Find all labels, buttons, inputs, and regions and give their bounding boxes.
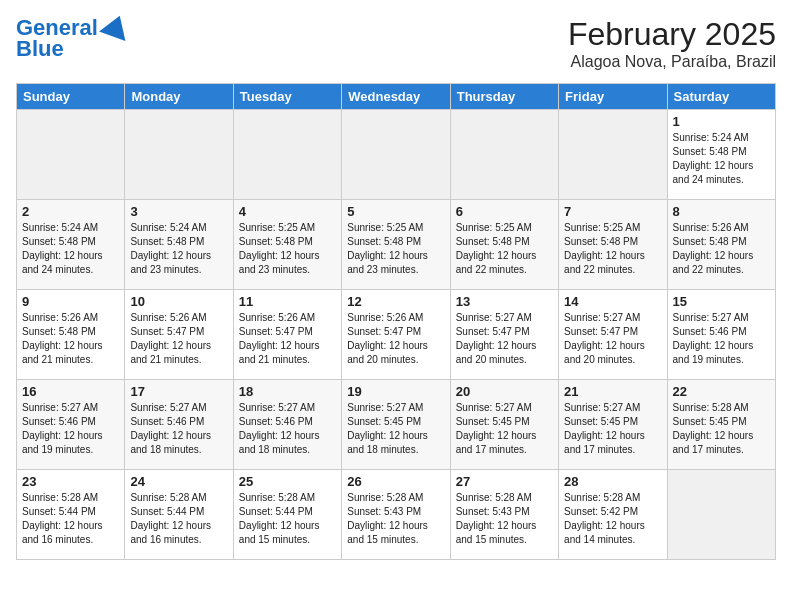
- day-info: Sunrise: 5:28 AM Sunset: 5:44 PM Dayligh…: [239, 491, 336, 547]
- calendar-cell: 1Sunrise: 5:24 AM Sunset: 5:48 PM Daylig…: [667, 110, 775, 200]
- day-info: Sunrise: 5:27 AM Sunset: 5:46 PM Dayligh…: [130, 401, 227, 457]
- day-number: 2: [22, 204, 119, 219]
- day-number: 6: [456, 204, 553, 219]
- calendar-week-row: 9Sunrise: 5:26 AM Sunset: 5:48 PM Daylig…: [17, 290, 776, 380]
- day-number: 14: [564, 294, 661, 309]
- calendar-week-row: 1Sunrise: 5:24 AM Sunset: 5:48 PM Daylig…: [17, 110, 776, 200]
- day-number: 12: [347, 294, 444, 309]
- calendar-cell: 13Sunrise: 5:27 AM Sunset: 5:47 PM Dayli…: [450, 290, 558, 380]
- day-number: 17: [130, 384, 227, 399]
- calendar-cell: 8Sunrise: 5:26 AM Sunset: 5:48 PM Daylig…: [667, 200, 775, 290]
- logo: General Blue: [16, 16, 130, 62]
- day-number: 27: [456, 474, 553, 489]
- weekday-header-friday: Friday: [559, 84, 667, 110]
- day-number: 26: [347, 474, 444, 489]
- day-info: Sunrise: 5:27 AM Sunset: 5:45 PM Dayligh…: [564, 401, 661, 457]
- day-number: 11: [239, 294, 336, 309]
- calendar-cell: 25Sunrise: 5:28 AM Sunset: 5:44 PM Dayli…: [233, 470, 341, 560]
- month-title: February 2025: [568, 16, 776, 53]
- day-number: 25: [239, 474, 336, 489]
- day-number: 1: [673, 114, 770, 129]
- calendar-cell: 16Sunrise: 5:27 AM Sunset: 5:46 PM Dayli…: [17, 380, 125, 470]
- calendar-cell: 17Sunrise: 5:27 AM Sunset: 5:46 PM Dayli…: [125, 380, 233, 470]
- calendar-cell: 12Sunrise: 5:26 AM Sunset: 5:47 PM Dayli…: [342, 290, 450, 380]
- day-info: Sunrise: 5:24 AM Sunset: 5:48 PM Dayligh…: [130, 221, 227, 277]
- calendar-cell: [125, 110, 233, 200]
- day-info: Sunrise: 5:26 AM Sunset: 5:48 PM Dayligh…: [22, 311, 119, 367]
- day-info: Sunrise: 5:25 AM Sunset: 5:48 PM Dayligh…: [456, 221, 553, 277]
- day-number: 16: [22, 384, 119, 399]
- day-number: 20: [456, 384, 553, 399]
- calendar-cell: 24Sunrise: 5:28 AM Sunset: 5:44 PM Dayli…: [125, 470, 233, 560]
- day-number: 9: [22, 294, 119, 309]
- day-info: Sunrise: 5:28 AM Sunset: 5:43 PM Dayligh…: [347, 491, 444, 547]
- day-info: Sunrise: 5:24 AM Sunset: 5:48 PM Dayligh…: [673, 131, 770, 187]
- day-info: Sunrise: 5:27 AM Sunset: 5:46 PM Dayligh…: [673, 311, 770, 367]
- title-area: February 2025 Alagoa Nova, Paraíba, Braz…: [568, 16, 776, 71]
- weekday-header-wednesday: Wednesday: [342, 84, 450, 110]
- calendar-cell: [450, 110, 558, 200]
- day-number: 23: [22, 474, 119, 489]
- day-number: 24: [130, 474, 227, 489]
- calendar-cell: 27Sunrise: 5:28 AM Sunset: 5:43 PM Dayli…: [450, 470, 558, 560]
- calendar-cell: 20Sunrise: 5:27 AM Sunset: 5:45 PM Dayli…: [450, 380, 558, 470]
- calendar-cell: [233, 110, 341, 200]
- calendar-cell: 3Sunrise: 5:24 AM Sunset: 5:48 PM Daylig…: [125, 200, 233, 290]
- calendar-cell: 4Sunrise: 5:25 AM Sunset: 5:48 PM Daylig…: [233, 200, 341, 290]
- calendar-cell: [17, 110, 125, 200]
- weekday-header-saturday: Saturday: [667, 84, 775, 110]
- day-info: Sunrise: 5:28 AM Sunset: 5:44 PM Dayligh…: [130, 491, 227, 547]
- calendar-table: SundayMondayTuesdayWednesdayThursdayFrid…: [16, 83, 776, 560]
- day-info: Sunrise: 5:26 AM Sunset: 5:47 PM Dayligh…: [347, 311, 444, 367]
- weekday-header-monday: Monday: [125, 84, 233, 110]
- day-number: 15: [673, 294, 770, 309]
- day-number: 8: [673, 204, 770, 219]
- calendar-cell: 28Sunrise: 5:28 AM Sunset: 5:42 PM Dayli…: [559, 470, 667, 560]
- calendar-cell: [559, 110, 667, 200]
- calendar-cell: 10Sunrise: 5:26 AM Sunset: 5:47 PM Dayli…: [125, 290, 233, 380]
- day-number: 10: [130, 294, 227, 309]
- day-number: 3: [130, 204, 227, 219]
- day-info: Sunrise: 5:27 AM Sunset: 5:46 PM Dayligh…: [239, 401, 336, 457]
- calendar-cell: [667, 470, 775, 560]
- day-info: Sunrise: 5:27 AM Sunset: 5:46 PM Dayligh…: [22, 401, 119, 457]
- calendar-week-row: 2Sunrise: 5:24 AM Sunset: 5:48 PM Daylig…: [17, 200, 776, 290]
- day-info: Sunrise: 5:27 AM Sunset: 5:47 PM Dayligh…: [564, 311, 661, 367]
- day-info: Sunrise: 5:27 AM Sunset: 5:45 PM Dayligh…: [456, 401, 553, 457]
- day-number: 22: [673, 384, 770, 399]
- calendar-cell: [342, 110, 450, 200]
- weekday-header-thursday: Thursday: [450, 84, 558, 110]
- location-title: Alagoa Nova, Paraíba, Brazil: [568, 53, 776, 71]
- day-number: 18: [239, 384, 336, 399]
- calendar-cell: 23Sunrise: 5:28 AM Sunset: 5:44 PM Dayli…: [17, 470, 125, 560]
- day-info: Sunrise: 5:26 AM Sunset: 5:48 PM Dayligh…: [673, 221, 770, 277]
- day-info: Sunrise: 5:25 AM Sunset: 5:48 PM Dayligh…: [239, 221, 336, 277]
- day-number: 21: [564, 384, 661, 399]
- page-header: General Blue February 2025 Alagoa Nova, …: [16, 16, 776, 71]
- day-number: 4: [239, 204, 336, 219]
- day-info: Sunrise: 5:26 AM Sunset: 5:47 PM Dayligh…: [130, 311, 227, 367]
- calendar-cell: 22Sunrise: 5:28 AM Sunset: 5:45 PM Dayli…: [667, 380, 775, 470]
- calendar-cell: 18Sunrise: 5:27 AM Sunset: 5:46 PM Dayli…: [233, 380, 341, 470]
- day-info: Sunrise: 5:25 AM Sunset: 5:48 PM Dayligh…: [347, 221, 444, 277]
- calendar-cell: 11Sunrise: 5:26 AM Sunset: 5:47 PM Dayli…: [233, 290, 341, 380]
- day-info: Sunrise: 5:28 AM Sunset: 5:45 PM Dayligh…: [673, 401, 770, 457]
- weekday-header-row: SundayMondayTuesdayWednesdayThursdayFrid…: [17, 84, 776, 110]
- day-number: 19: [347, 384, 444, 399]
- calendar-week-row: 23Sunrise: 5:28 AM Sunset: 5:44 PM Dayli…: [17, 470, 776, 560]
- day-info: Sunrise: 5:26 AM Sunset: 5:47 PM Dayligh…: [239, 311, 336, 367]
- day-info: Sunrise: 5:27 AM Sunset: 5:45 PM Dayligh…: [347, 401, 444, 457]
- calendar-cell: 26Sunrise: 5:28 AM Sunset: 5:43 PM Dayli…: [342, 470, 450, 560]
- weekday-header-sunday: Sunday: [17, 84, 125, 110]
- day-info: Sunrise: 5:25 AM Sunset: 5:48 PM Dayligh…: [564, 221, 661, 277]
- calendar-cell: 21Sunrise: 5:27 AM Sunset: 5:45 PM Dayli…: [559, 380, 667, 470]
- calendar-cell: 14Sunrise: 5:27 AM Sunset: 5:47 PM Dayli…: [559, 290, 667, 380]
- day-info: Sunrise: 5:27 AM Sunset: 5:47 PM Dayligh…: [456, 311, 553, 367]
- calendar-cell: 7Sunrise: 5:25 AM Sunset: 5:48 PM Daylig…: [559, 200, 667, 290]
- day-number: 5: [347, 204, 444, 219]
- calendar-cell: 2Sunrise: 5:24 AM Sunset: 5:48 PM Daylig…: [17, 200, 125, 290]
- day-info: Sunrise: 5:28 AM Sunset: 5:42 PM Dayligh…: [564, 491, 661, 547]
- calendar-week-row: 16Sunrise: 5:27 AM Sunset: 5:46 PM Dayli…: [17, 380, 776, 470]
- calendar-cell: 19Sunrise: 5:27 AM Sunset: 5:45 PM Dayli…: [342, 380, 450, 470]
- day-number: 13: [456, 294, 553, 309]
